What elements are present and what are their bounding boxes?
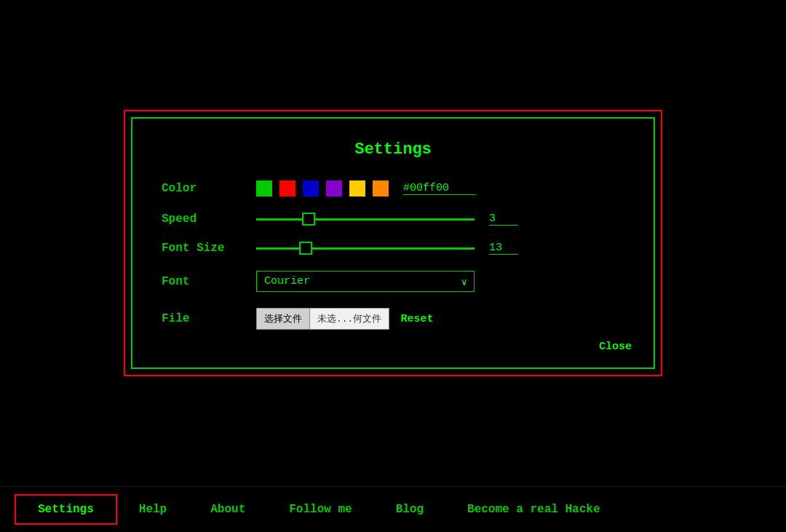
file-section: 选择文件 未选...何文件 Reset: [256, 308, 437, 330]
font-size-control: 13: [256, 242, 624, 255]
font-size-slider[interactable]: [256, 247, 475, 250]
speed-slider[interactable]: [256, 218, 475, 221]
swatch-purple[interactable]: [326, 180, 342, 196]
file-input-wrapper: 选择文件 未选...何文件: [256, 308, 389, 330]
nav-help[interactable]: Help: [117, 496, 188, 523]
swatch-red[interactable]: [279, 180, 295, 196]
swatch-orange[interactable]: [373, 180, 389, 196]
bottom-nav: Settings Help About Follow me Blog Becom…: [0, 486, 786, 532]
nav-about[interactable]: About: [188, 496, 267, 523]
color-value-input[interactable]: [403, 182, 476, 195]
font-label: Font: [162, 275, 256, 288]
nav-hacke[interactable]: Become a real Hacke: [445, 496, 622, 523]
nav-settings[interactable]: Settings: [15, 494, 117, 525]
file-label: File: [162, 312, 256, 325]
outer-dialog: Settings Color Spe: [124, 110, 662, 376]
color-control: [256, 180, 624, 196]
file-no-selected-label: 未选...何文件: [310, 309, 389, 329]
speed-value: 3: [489, 213, 518, 226]
font-size-label: Font Size: [162, 242, 256, 255]
nav-blog[interactable]: Blog: [374, 496, 445, 523]
color-label: Color: [162, 182, 256, 195]
dialog-title: Settings: [162, 140, 624, 159]
swatch-green[interactable]: [256, 180, 272, 196]
font-row: Font Courier Arial Monospace Times New R…: [162, 271, 624, 292]
speed-label: Speed: [162, 213, 256, 226]
nav-follow[interactable]: Follow me: [267, 496, 373, 523]
font-select[interactable]: Courier Arial Monospace Times New Roman …: [256, 271, 475, 292]
file-choose-button[interactable]: 选择文件: [257, 309, 310, 329]
reset-button[interactable]: Reset: [397, 313, 437, 325]
color-row: Color: [162, 180, 624, 196]
swatch-yellow[interactable]: [349, 180, 365, 196]
file-control: 选择文件 未选...何文件 Reset: [256, 308, 624, 330]
main-content: Settings Color Spe: [0, 0, 786, 486]
close-button[interactable]: Close: [599, 341, 632, 353]
speed-control: 3: [256, 213, 624, 226]
font-size-row: Font Size 13: [162, 242, 624, 255]
color-swatches: [256, 180, 389, 196]
font-size-value: 13: [489, 242, 518, 255]
font-select-wrapper: Courier Arial Monospace Times New Roman …: [256, 271, 475, 292]
font-control: Courier Arial Monospace Times New Roman …: [256, 271, 624, 292]
file-row: File 选择文件 未选...何文件 Reset: [162, 308, 624, 330]
speed-row: Speed 3: [162, 213, 624, 226]
inner-dialog: Settings Color Spe: [131, 117, 655, 369]
swatch-blue[interactable]: [303, 180, 319, 196]
